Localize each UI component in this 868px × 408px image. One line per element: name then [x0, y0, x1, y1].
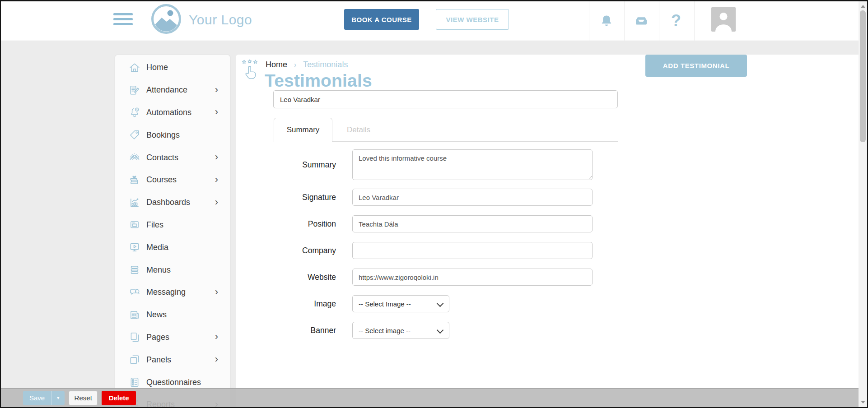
messaging-icon [129, 287, 140, 298]
position-label: Position [236, 219, 352, 229]
chevron-right-icon: › [215, 84, 218, 96]
breadcrumb: Home › Testimonials [266, 60, 348, 70]
save-button[interactable]: Save ▾ [23, 391, 65, 405]
sidebar-item-courses[interactable]: Courses› [115, 169, 230, 191]
header-divider [694, 1, 695, 41]
chevron-right-icon: › [215, 106, 218, 118]
website-input[interactable] [352, 269, 593, 286]
logo-text: Your Logo [189, 12, 252, 28]
sidebar-item-label: Courses [146, 175, 177, 185]
bookings-icon [129, 129, 140, 141]
courses-icon [129, 174, 140, 186]
scroll-down-icon[interactable] [861, 401, 865, 403]
panels-icon [129, 354, 140, 366]
sidebar-item-automations[interactable]: Automations› [115, 102, 230, 124]
dashboards-icon [129, 197, 140, 209]
questionnaires-icon [129, 376, 140, 388]
sidebar-item-home[interactable]: Home [115, 56, 230, 79]
form-row-signature: Signature [236, 189, 642, 206]
view-website-button[interactable]: VIEW WEBSITE [436, 9, 509, 30]
sidebar-item-dashboards[interactable]: Dashboards› [115, 191, 230, 214]
form-row-position: Position [236, 215, 642, 232]
attendance-icon [129, 84, 140, 96]
testimonials-rating-icon [241, 59, 258, 81]
company-label: Company [236, 246, 352, 255]
sidebar-item-label: Menus [146, 265, 171, 275]
website-label: Website [236, 273, 352, 282]
signature-input[interactable] [352, 189, 593, 206]
pages-icon [129, 331, 140, 343]
sidebar-item-label: Automations [146, 108, 191, 117]
save-dropdown-caret-icon[interactable]: ▾ [51, 391, 65, 405]
banner-select-wrap: -- Select image -- [352, 322, 449, 339]
sidebar-item-contacts[interactable]: Contacts› [115, 146, 230, 169]
sidebar-item-label: Bookings [146, 130, 180, 140]
files-icon [129, 219, 140, 231]
form-row-banner: Banner -- Select image -- [236, 322, 642, 339]
sidebar-item-media[interactable]: Media [115, 236, 230, 259]
form-row-summary: Summary Loved this informative course [236, 149, 642, 180]
app-window: Your Logo BOOK A COURSE VIEW WEBSITE ? H… [0, 0, 868, 408]
sidebar-item-menus[interactable]: Menus [115, 259, 230, 281]
sidebar-item-bookings[interactable]: Bookings [115, 124, 230, 146]
banner-label: Banner [236, 326, 352, 335]
form-row-image: Image -- Select Image -- [236, 295, 642, 312]
sidebar-item-label: Panels [146, 355, 171, 365]
help-icon[interactable]: ? [671, 11, 681, 30]
bell-icon[interactable] [599, 14, 614, 28]
testimonial-name-input[interactable] [273, 90, 618, 108]
automations-icon [129, 107, 140, 118]
sidebar-item-pages[interactable]: Pages› [115, 326, 230, 349]
action-bar: Save ▾ Reset Delete [1, 388, 859, 407]
sidebar-item-panels[interactable]: Panels› [115, 348, 230, 371]
form-row-company: Company [236, 242, 642, 259]
hamburger-menu-icon[interactable] [113, 13, 133, 26]
sidebar-item-label: Attendance [146, 85, 187, 95]
banner-select[interactable]: -- Select image -- [352, 322, 449, 339]
image-select[interactable]: -- Select Image -- [352, 295, 449, 312]
main-content: Home › Testimonials Testimonials ADD TES… [236, 55, 860, 408]
summary-textarea[interactable]: Loved this informative course [352, 149, 593, 180]
chevron-right-icon: › [215, 196, 218, 208]
logo-image[interactable] [151, 4, 182, 34]
sidebar-item-label: Media [146, 243, 168, 252]
header: Your Logo BOOK A COURSE VIEW WEBSITE ? [1, 1, 859, 41]
form-row-website: Website [236, 269, 642, 286]
header-divider [659, 1, 659, 41]
add-testimonial-button[interactable]: ADD TESTIMONIAL [645, 55, 747, 77]
breadcrumb-separator: › [294, 61, 296, 69]
sidebar-item-attendance[interactable]: Attendance› [115, 79, 230, 102]
tab-summary[interactable]: Summary [274, 118, 332, 142]
breadcrumb-home-link[interactable]: Home [266, 60, 287, 70]
sidebar-item-files[interactable]: Files [115, 214, 230, 236]
sidebar-item-label: Home [146, 63, 168, 72]
chevron-right-icon: › [215, 286, 218, 298]
tab-details[interactable]: Details [332, 118, 385, 142]
signature-label: Signature [236, 193, 352, 202]
scrollbar-thumb[interactable] [860, 10, 866, 142]
header-divider [589, 1, 589, 41]
delete-button[interactable]: Delete [102, 391, 136, 405]
breadcrumb-current: Testimonials [303, 60, 348, 70]
testimonial-form: Summary Loved this informative course Si… [236, 149, 642, 348]
reset-button[interactable]: Reset [69, 391, 98, 405]
chevron-right-icon: › [215, 151, 218, 163]
inbox-icon[interactable] [634, 14, 649, 28]
image-select-wrap: -- Select Image -- [352, 295, 449, 312]
sidebar-item-news[interactable]: News [115, 304, 230, 326]
page-title: Testimonials [265, 71, 372, 91]
contacts-icon [129, 152, 140, 163]
book-a-course-button[interactable]: BOOK A COURSE [344, 9, 419, 30]
avatar[interactable] [711, 7, 736, 32]
menus-icon [129, 264, 140, 276]
scroll-up-icon[interactable] [861, 5, 865, 8]
sidebar-item-label: Questionnaires [146, 378, 201, 387]
save-button-label[interactable]: Save [23, 391, 51, 405]
company-input[interactable] [352, 242, 593, 259]
sidebar-item-label: Pages [146, 333, 169, 342]
position-input[interactable] [352, 215, 593, 232]
sidebar-item-label: Contacts [146, 153, 178, 162]
sidebar-item-messaging[interactable]: Messaging› [115, 281, 230, 304]
news-icon [129, 309, 140, 321]
sidebar-menu: HomeAttendance›Automations›BookingsConta… [115, 55, 230, 408]
